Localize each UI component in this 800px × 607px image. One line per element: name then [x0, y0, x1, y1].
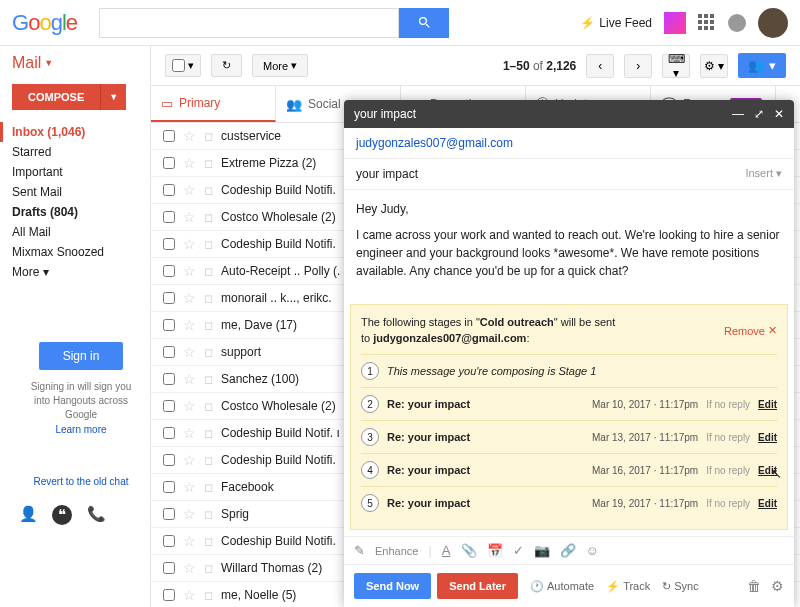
emoji-icon[interactable]: ☺ — [586, 543, 599, 558]
refresh-button[interactable]: ↻ — [211, 54, 242, 77]
send-later-button[interactable]: Send Later — [437, 573, 518, 599]
learn-more-link[interactable]: Learn more — [55, 424, 106, 435]
stage-edit[interactable]: Edit — [758, 399, 777, 410]
msg-checkbox[interactable] — [163, 427, 175, 439]
star-icon[interactable]: ☆ — [183, 290, 196, 306]
msg-checkbox[interactable] — [163, 481, 175, 493]
important-icon[interactable]: ◻ — [204, 184, 213, 197]
star-icon[interactable]: ☆ — [183, 533, 196, 549]
msg-checkbox[interactable] — [163, 454, 175, 466]
next-page[interactable]: › — [624, 54, 652, 78]
important-icon[interactable]: ◻ — [204, 481, 213, 494]
stage-edit[interactable]: Edit — [758, 498, 777, 509]
prev-page[interactable]: ‹ — [586, 54, 614, 78]
msg-checkbox[interactable] — [163, 130, 175, 142]
star-icon[interactable]: ☆ — [183, 452, 196, 468]
calendar-icon[interactable]: 📅 — [487, 543, 503, 558]
important-icon[interactable]: ◻ — [204, 454, 213, 467]
enhance-button[interactable]: Enhance — [375, 545, 418, 557]
remove-sequence[interactable]: Remove ✕ — [724, 315, 777, 346]
enhance-icon[interactable]: ✎ — [354, 543, 365, 558]
msg-checkbox[interactable] — [163, 535, 175, 547]
minimize-icon[interactable]: — — [732, 107, 744, 121]
stage-edit[interactable]: Edit — [758, 465, 777, 476]
nav-item[interactable]: Drafts (804) — [12, 202, 150, 222]
select-all-checkbox[interactable]: ▾ — [165, 54, 201, 77]
nav-item[interactable]: Inbox (1,046) — [0, 122, 150, 142]
avatar[interactable] — [758, 8, 788, 38]
msg-checkbox[interactable] — [163, 508, 175, 520]
attach-icon[interactable]: 📎 — [461, 543, 477, 558]
send-now-button[interactable]: Send Now — [354, 573, 431, 599]
msg-checkbox[interactable] — [163, 346, 175, 358]
star-icon[interactable]: ☆ — [183, 263, 196, 279]
settings-icon[interactable]: ⚙ — [771, 578, 784, 594]
star-icon[interactable]: ☆ — [183, 560, 196, 576]
star-icon[interactable]: ☆ — [183, 155, 196, 171]
msg-checkbox[interactable] — [163, 319, 175, 331]
automate-button[interactable]: 🕐Automate — [530, 580, 594, 593]
msg-checkbox[interactable] — [163, 184, 175, 196]
trash-icon[interactable]: 🗑 — [747, 578, 761, 594]
star-icon[interactable]: ☆ — [183, 479, 196, 495]
star-icon[interactable]: ☆ — [183, 209, 196, 225]
insert-dropdown[interactable]: Insert ▾ — [745, 167, 782, 181]
msg-checkbox[interactable] — [163, 238, 175, 250]
msg-checkbox[interactable] — [163, 157, 175, 169]
msg-checkbox[interactable] — [163, 265, 175, 277]
important-icon[interactable]: ◻ — [204, 373, 213, 386]
live-feed[interactable]: ⚡Live Feed — [580, 16, 652, 30]
star-icon[interactable]: ☆ — [183, 587, 196, 603]
track-button[interactable]: ⚡Track — [606, 580, 650, 593]
important-icon[interactable]: ◻ — [204, 400, 213, 413]
important-icon[interactable]: ◻ — [204, 265, 213, 278]
compose-button[interactable]: COMPOSE — [12, 84, 100, 110]
keyboard-icon[interactable]: ⌨ ▾ — [662, 54, 690, 78]
msg-checkbox[interactable] — [163, 589, 175, 601]
important-icon[interactable]: ◻ — [204, 211, 213, 224]
revert-chat-link[interactable]: Revert to the old chat — [12, 476, 150, 487]
close-icon[interactable]: ✕ — [774, 107, 784, 121]
important-icon[interactable]: ◻ — [204, 238, 213, 251]
important-icon[interactable]: ◻ — [204, 130, 213, 143]
notifications-icon[interactable] — [728, 14, 746, 32]
expand-icon[interactable]: ⤢ — [754, 107, 764, 121]
person-icon[interactable]: 👤 — [18, 505, 38, 525]
star-icon[interactable]: ☆ — [183, 425, 196, 441]
star-icon[interactable]: ☆ — [183, 182, 196, 198]
important-icon[interactable]: ◻ — [204, 292, 213, 305]
msg-checkbox[interactable] — [163, 211, 175, 223]
msg-checkbox[interactable] — [163, 400, 175, 412]
nav-item[interactable]: All Mail — [12, 222, 150, 242]
search-input[interactable] — [99, 8, 399, 38]
important-icon[interactable]: ◻ — [204, 562, 213, 575]
nav-item[interactable]: Sent Mail — [12, 182, 150, 202]
apps-icon[interactable] — [698, 14, 716, 32]
msg-checkbox[interactable] — [163, 373, 175, 385]
google-logo[interactable]: Google — [12, 10, 77, 36]
star-icon[interactable]: ☆ — [183, 506, 196, 522]
settings-button[interactable]: ⚙ ▾ — [700, 54, 728, 78]
star-icon[interactable]: ☆ — [183, 317, 196, 333]
signin-button[interactable]: Sign in — [39, 342, 124, 370]
people-toggle[interactable]: 👥 ▾ — [738, 53, 786, 78]
important-icon[interactable]: ◻ — [204, 319, 213, 332]
compose-body[interactable]: Hey Judy, I came across your work and wa… — [344, 190, 794, 298]
nav-item[interactable]: More ▾ — [12, 262, 150, 282]
important-icon[interactable]: ◻ — [204, 508, 213, 521]
star-icon[interactable]: ☆ — [183, 398, 196, 414]
important-icon[interactable]: ◻ — [204, 157, 213, 170]
mail-dropdown[interactable]: Mail▼ — [12, 54, 150, 72]
compose-dropdown[interactable]: ▼ — [100, 84, 126, 110]
camera-icon[interactable]: 📷 — [534, 543, 550, 558]
link-icon[interactable]: 🔗 — [560, 543, 576, 558]
star-icon[interactable]: ☆ — [183, 344, 196, 360]
important-icon[interactable]: ◻ — [204, 589, 213, 602]
to-field[interactable]: judygonzales007@gmail.com — [344, 128, 794, 159]
mixmax-logo[interactable] — [664, 12, 686, 34]
hangouts-icon[interactable]: ❝ — [52, 505, 72, 525]
stage-edit[interactable]: Edit — [758, 432, 777, 443]
more-button[interactable]: More ▾ — [252, 54, 308, 77]
nav-item[interactable]: Starred — [12, 142, 150, 162]
star-icon[interactable]: ☆ — [183, 128, 196, 144]
